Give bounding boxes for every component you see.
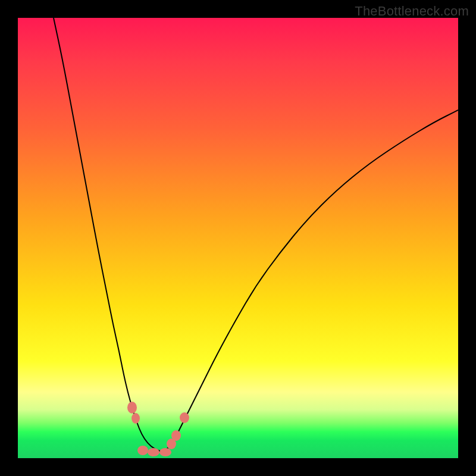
left-curve-path xyxy=(54,18,164,452)
left-top-bead xyxy=(127,402,137,414)
right-top-bead xyxy=(180,412,189,423)
chart-frame xyxy=(18,18,458,458)
right-mid-bead xyxy=(171,430,181,441)
floor-bead-1 xyxy=(137,446,148,455)
watermark-text: TheBottleneck.com xyxy=(355,4,469,19)
floor-bead-2 xyxy=(148,448,159,456)
right-curve-path xyxy=(164,110,458,452)
floor-bead-3 xyxy=(159,448,171,456)
left-mid-bead xyxy=(131,413,140,424)
chart-svg xyxy=(18,18,458,458)
